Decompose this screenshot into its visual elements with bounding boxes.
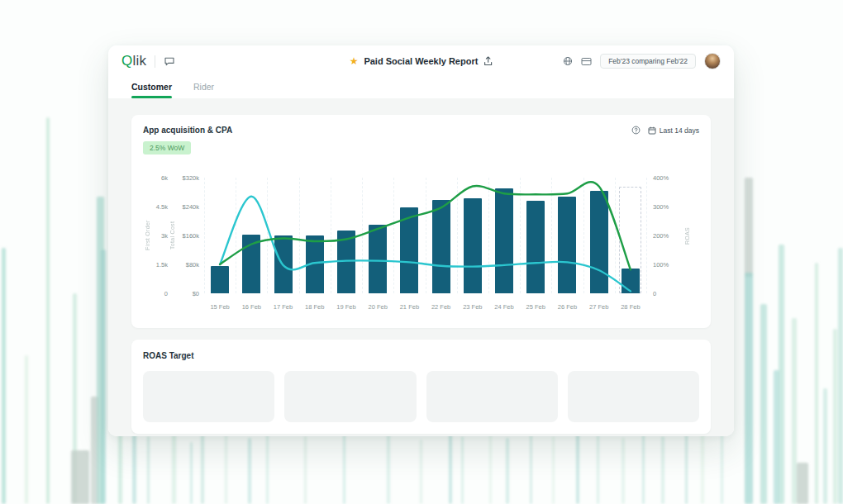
axis-tick: $80k <box>174 262 199 269</box>
axis-tick: 0 <box>148 291 168 297</box>
chart-title: App acquisition & CPA <box>143 126 232 135</box>
calendar-icon <box>648 126 656 135</box>
background-bar <box>387 434 390 504</box>
background-bar <box>642 430 645 504</box>
axis-tick: 200% <box>653 233 678 240</box>
help-icon[interactable] <box>631 126 641 135</box>
x-axis-label: 18 Feb <box>298 303 331 311</box>
tab-customer[interactable]: Customer <box>131 77 172 98</box>
roas-card-title: ROAS Target <box>143 351 699 360</box>
axis-tick: 4.5k <box>148 204 168 211</box>
roas-placeholder <box>426 371 558 422</box>
header-actions: Feb'23 comparing Feb'22 <box>563 53 721 69</box>
background-bar <box>597 435 599 504</box>
x-axis-label: 21 Feb <box>393 303 426 311</box>
background-bar <box>2 248 6 504</box>
axis-tick: 6k <box>148 175 168 182</box>
background-bar <box>489 433 492 504</box>
qlik-logo-rest: lik <box>132 53 146 69</box>
axis-tick: $320k <box>174 175 199 182</box>
roas-placeholder <box>284 371 416 422</box>
background-bar <box>343 426 345 504</box>
background-bar <box>420 440 422 504</box>
x-axis-label: 25 Feb <box>519 303 552 311</box>
background-bar <box>190 442 193 504</box>
background-bar <box>797 463 808 504</box>
report-title-group: ★ Paid Social Weekly Report <box>350 56 493 66</box>
background-bar <box>201 426 204 504</box>
axis-tick: 1.5k <box>148 262 168 269</box>
background-bar <box>838 248 843 504</box>
wow-badge: 2.5% WoW <box>143 141 191 155</box>
header-divider <box>155 55 155 68</box>
avatar[interactable] <box>704 53 721 69</box>
card-icon[interactable] <box>581 57 592 66</box>
x-axis-label: 16 Feb <box>235 303 268 311</box>
background-bar <box>461 436 464 504</box>
background-bar <box>833 329 837 504</box>
x-axis-label: 23 Feb <box>456 303 489 311</box>
x-axis-label: 28 Feb <box>614 303 647 311</box>
background-bar <box>147 436 150 504</box>
period-selector[interactable]: Last 14 days <box>648 126 699 135</box>
axis-tick: 3k <box>148 233 168 240</box>
background-bar <box>25 355 28 504</box>
qlik-logo-q: Q <box>121 53 132 69</box>
axis-label-roas: ROAS <box>683 178 691 293</box>
background-bar <box>745 273 753 504</box>
tab-rider-label: Rider <box>193 82 214 96</box>
share-icon[interactable] <box>483 56 493 66</box>
background-bar <box>661 436 664 504</box>
background-bar <box>552 436 555 504</box>
x-axis-label: 22 Feb <box>425 303 458 311</box>
roas-target-card: ROAS Target <box>131 340 711 434</box>
background-bar <box>530 426 532 504</box>
background-bar <box>506 438 509 504</box>
tab-customer-label: Customer <box>131 82 172 96</box>
globe-icon[interactable] <box>563 56 573 66</box>
axis-tick: $0 <box>174 291 199 297</box>
chart-controls: Last 14 days <box>631 126 699 135</box>
favorite-star-icon[interactable]: ★ <box>350 56 359 66</box>
background-bar <box>266 430 269 504</box>
x-axis-label: 19 Feb <box>330 303 363 311</box>
qlik-logo: Qlik <box>121 53 146 69</box>
axis-tick: 300% <box>653 204 678 211</box>
background-bar <box>760 304 767 504</box>
background-bar <box>721 430 723 504</box>
gridline <box>646 178 647 293</box>
dashboard-body: App acquisition & CPA Last 14 days <box>108 98 734 436</box>
background-bar <box>779 245 784 504</box>
app-window: Qlik ★ Paid Social Weekly Report <box>108 45 734 436</box>
x-axis-label: 17 Feb <box>267 303 300 311</box>
axis-tick: $240k <box>174 204 199 211</box>
axis-tick: $160k <box>174 233 199 240</box>
axis-tick: 400% <box>653 175 678 182</box>
combo-chart: First Order6k4.5k3k1.5k0Total Cost$320k$… <box>143 158 699 316</box>
x-axis-label: 26 Feb <box>550 303 583 311</box>
axis-tick: 100% <box>653 262 678 269</box>
axis-tick: 0 <box>653 291 678 297</box>
chart-card: App acquisition & CPA Last 14 days <box>131 115 711 328</box>
chat-icon[interactable] <box>164 56 175 67</box>
app-header: Qlik ★ Paid Social Weekly Report <box>108 45 734 77</box>
x-axis-label: 20 Feb <box>361 303 394 311</box>
background-bar <box>248 438 251 504</box>
roas-placeholder-row <box>143 371 699 422</box>
roas-placeholder <box>143 371 274 422</box>
background-bar <box>132 426 136 504</box>
x-axis-label: 24 Feb <box>488 303 521 311</box>
background-bar <box>815 263 818 504</box>
x-axis-label: 27 Feb <box>583 303 616 311</box>
period-label: Last 14 days <box>660 126 699 135</box>
background-bar <box>622 438 625 504</box>
line-overlay <box>204 178 646 293</box>
tab-active-underline <box>131 96 172 98</box>
background-bar <box>304 436 307 504</box>
background-bar <box>71 450 89 504</box>
tab-rider[interactable]: Rider <box>193 77 214 98</box>
date-comparison-pill[interactable]: Feb'23 comparing Feb'22 <box>600 54 696 69</box>
background-bar <box>449 428 452 504</box>
background-bar <box>172 430 176 504</box>
report-title: Paid Social Weekly Report <box>364 56 478 66</box>
